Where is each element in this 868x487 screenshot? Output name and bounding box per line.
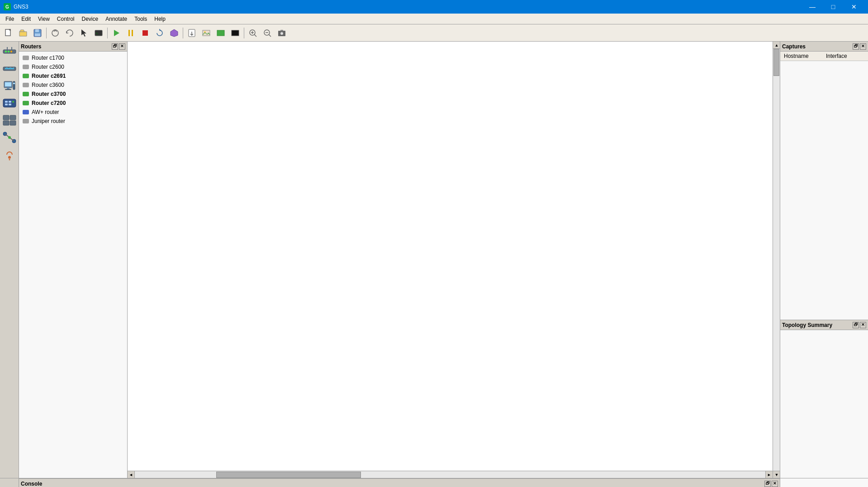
- router-list-item[interactable]: Router c3600: [19, 80, 127, 90]
- left-panel-end-devices[interactable]: [1, 78, 18, 94]
- svg-rect-14: [142, 30, 148, 36]
- svg-point-34: [8, 51, 9, 52]
- console-close-button[interactable]: ✕: [772, 481, 778, 487]
- start-button[interactable]: [109, 26, 123, 40]
- captures-close-button[interactable]: ✕: [860, 43, 866, 50]
- reload-button[interactable]: [153, 26, 166, 40]
- vm-button[interactable]: [228, 26, 242, 40]
- svg-rect-52: [3, 115, 9, 120]
- menu-control[interactable]: Control: [53, 15, 78, 23]
- router-list-item[interactable]: Router c7200: [19, 99, 127, 108]
- svg-rect-21: [232, 30, 239, 36]
- horizontal-scrollbar[interactable]: ◄ ►: [128, 471, 773, 478]
- stop-button[interactable]: [138, 26, 152, 40]
- open-button[interactable]: [16, 26, 30, 40]
- routers-panel: Routers 🗗 ✕ Router c1700Router c2600Rout…: [19, 42, 128, 478]
- topology-panel-title: Topology Summary: [782, 322, 832, 328]
- router-list-item[interactable]: Router c2600: [19, 62, 127, 71]
- topology-panel: Topology Summary 🗗 ✕: [780, 320, 868, 478]
- screenshot-button[interactable]: [275, 26, 289, 40]
- left-panel-security[interactable]: [1, 95, 18, 111]
- router-list-item[interactable]: Router c1700: [19, 53, 127, 62]
- svg-point-7: [52, 30, 58, 36]
- topology-float-button[interactable]: 🗗: [853, 322, 859, 328]
- snapshot-button[interactable]: [48, 26, 62, 40]
- router-status-dot: [23, 110, 29, 114]
- console-toolbar-button[interactable]: >_: [92, 26, 105, 40]
- topology-close-button[interactable]: ✕: [860, 322, 866, 328]
- svg-rect-45: [13, 83, 15, 84]
- vertical-scrollbar[interactable]: ▲ ▼: [773, 42, 780, 478]
- select-button[interactable]: [77, 26, 91, 40]
- scroll-up-btn[interactable]: ▲: [773, 42, 780, 49]
- v-scroll-track[interactable]: [773, 49, 780, 471]
- new-button[interactable]: [2, 26, 15, 40]
- h-scroll-track[interactable]: [135, 471, 765, 478]
- left-panel-routers[interactable]: [1, 43, 18, 60]
- svg-text:G: G: [5, 5, 9, 9]
- svg-rect-44: [13, 81, 15, 90]
- svg-rect-5: [35, 29, 39, 32]
- topology-content: [780, 330, 868, 478]
- router-status-dot: [23, 83, 29, 87]
- canvas-area[interactable]: ▲ ▼ ◄ ►: [128, 42, 780, 478]
- router-label: Router c3600: [32, 82, 64, 88]
- router-list-item[interactable]: Juniper router: [19, 117, 127, 126]
- svg-rect-31: [280, 30, 283, 31]
- menu-view[interactable]: View: [34, 15, 53, 23]
- scroll-left-btn[interactable]: ◄: [128, 471, 135, 478]
- zoom-out-button[interactable]: [261, 26, 274, 40]
- v-scroll-thumb[interactable]: [773, 49, 779, 76]
- menu-file[interactable]: File: [2, 15, 18, 23]
- routers-float-button[interactable]: 🗗: [112, 43, 118, 50]
- console-title: Console: [21, 481, 42, 487]
- captures-col-interface: Interface: [824, 52, 866, 60]
- router-list-item[interactable]: AW+ router: [19, 108, 127, 117]
- captures-float-button[interactable]: 🗗: [853, 43, 859, 50]
- routers-close-button[interactable]: ✕: [119, 43, 125, 50]
- image-button[interactable]: [199, 26, 213, 40]
- scroll-down-btn[interactable]: ▼: [773, 471, 780, 478]
- zoom-in-button[interactable]: [246, 26, 260, 40]
- menu-tools[interactable]: Tools: [131, 15, 151, 23]
- svg-rect-13: [132, 30, 133, 36]
- h-scroll-thumb[interactable]: [216, 472, 361, 478]
- router-list-item[interactable]: Router c2691: [19, 71, 127, 80]
- svg-rect-47: [5, 101, 8, 103]
- sep1: [46, 28, 47, 38]
- menu-edit[interactable]: Edit: [18, 15, 34, 23]
- router-status-dot: [23, 101, 29, 105]
- scroll-right-btn[interactable]: ►: [765, 471, 773, 478]
- console-panel: Console 🗗 ✕ GNS3 management console. Run…: [19, 478, 780, 487]
- captures-table-header: Hostname Interface: [780, 52, 868, 61]
- topology-panel-controls: 🗗 ✕: [853, 322, 866, 328]
- svg-rect-54: [3, 121, 9, 125]
- pause-button[interactable]: [124, 26, 138, 40]
- bottom-left-filler: [0, 478, 19, 487]
- menu-help[interactable]: Help: [151, 15, 169, 23]
- svg-line-23: [254, 34, 256, 37]
- left-panel-all[interactable]: [1, 112, 18, 128]
- save-button[interactable]: [31, 26, 44, 40]
- left-panel-switches[interactable]: [1, 61, 18, 77]
- close-button[interactable]: ✕: [844, 0, 864, 14]
- menu-annotate[interactable]: Annotate: [102, 15, 131, 23]
- router-list-item[interactable]: Router c3700: [19, 90, 127, 99]
- captures-panel-controls: 🗗 ✕: [853, 43, 866, 50]
- refresh-button[interactable]: [63, 26, 76, 40]
- svg-point-33: [5, 51, 7, 52]
- minimize-button[interactable]: —: [802, 0, 823, 14]
- menu-device[interactable]: Device: [78, 15, 102, 23]
- router-status-dot: [23, 119, 29, 123]
- 3d-button[interactable]: [167, 26, 181, 40]
- topology-panel-header: Topology Summary 🗗 ✕: [780, 320, 868, 330]
- captures-panel-title: Captures: [782, 43, 806, 50]
- svg-rect-6: [35, 33, 40, 36]
- left-panel-connections[interactable]: [1, 129, 18, 146]
- captures-panel-header: Captures 🗗 ✕: [780, 42, 868, 52]
- maximize-button[interactable]: □: [823, 0, 844, 14]
- left-panel-misc[interactable]: [1, 147, 18, 163]
- console-float-button[interactable]: 🗗: [764, 481, 771, 487]
- export-button[interactable]: [185, 26, 199, 40]
- net-button[interactable]: [214, 26, 228, 40]
